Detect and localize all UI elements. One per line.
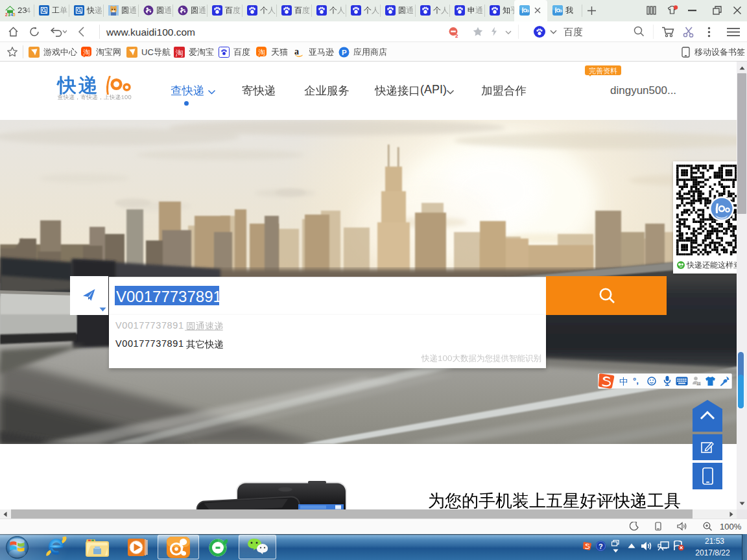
svg-text:2: 2: [455, 33, 458, 38]
svg-text:P: P: [342, 49, 347, 56]
svg-text:11: 11: [697, 382, 701, 386]
svg-text:5: 5: [13, 12, 16, 17]
svg-text:a: a: [294, 47, 299, 56]
svg-text:?: ?: [599, 542, 603, 550]
